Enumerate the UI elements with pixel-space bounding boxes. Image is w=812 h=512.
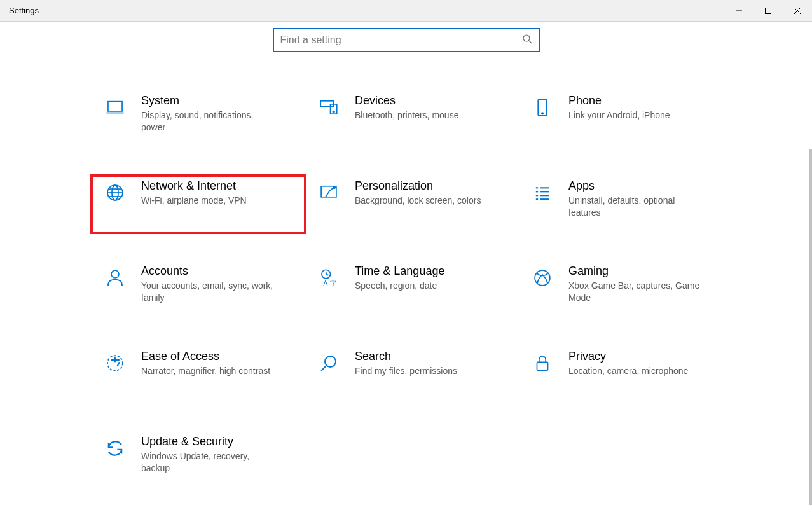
- tile-phone[interactable]: Phone Link your Android, iPhone: [519, 90, 733, 148]
- svg-text:字: 字: [330, 280, 336, 287]
- tile-system[interactable]: System Display, sound, notifications, po…: [92, 90, 305, 148]
- scrollbar[interactable]: [809, 149, 812, 505]
- search-icon: [522, 34, 532, 46]
- tile-desc: Display, sound, notifications, power: [141, 109, 275, 134]
- svg-text:A: A: [324, 280, 328, 287]
- window-title: Settings: [9, 6, 39, 15]
- content: System Display, sound, notifications, po…: [0, 22, 812, 488]
- tile-title: Network & Internet: [141, 179, 247, 193]
- svg-rect-6: [108, 102, 122, 111]
- tile-desc: Background, lock screen, colors: [355, 195, 481, 207]
- paintbrush-icon: [317, 181, 341, 205]
- minimize-button[interactable]: [724, 0, 754, 21]
- tile-search[interactable]: Search Find my files, permissions: [305, 346, 519, 403]
- tile-privacy[interactable]: Privacy Location, camera, microphone: [519, 346, 733, 403]
- tile-personalization[interactable]: Personalization Background, lock screen,…: [305, 176, 519, 233]
- svg-rect-38: [537, 362, 548, 370]
- svg-point-19: [333, 186, 335, 188]
- devices-icon: [317, 95, 341, 120]
- tile-desc: Location, camera, microphone: [568, 365, 688, 377]
- tile-title: Phone: [568, 94, 670, 107]
- svg-point-4: [523, 35, 530, 41]
- globe-icon: [103, 181, 127, 205]
- tile-title: Time & Language: [355, 265, 444, 278]
- tile-title: Privacy: [568, 350, 688, 363]
- search-input[interactable]: [280, 34, 532, 46]
- settings-grid: System Display, sound, notifications, po…: [92, 90, 810, 488]
- tile-title: System: [141, 94, 275, 107]
- tile-title: Ease of Access: [141, 350, 270, 363]
- xbox-icon: [530, 266, 554, 290]
- tile-title: Gaming: [568, 265, 702, 278]
- svg-point-36: [325, 356, 336, 367]
- svg-point-12: [542, 113, 544, 114]
- tile-title: Update & Security: [141, 435, 275, 448]
- apps-list-icon: [530, 181, 554, 205]
- maximize-button[interactable]: [754, 0, 783, 21]
- svg-line-5: [529, 41, 532, 43]
- tile-desc: Bluetooth, printers, mouse: [355, 109, 458, 121]
- svg-point-28: [111, 270, 119, 278]
- tile-desc: Xbox Game Bar, captures, Game Mode: [568, 280, 702, 304]
- lock-icon: [530, 351, 554, 375]
- tile-title: Devices: [355, 94, 458, 107]
- search-container: [0, 28, 812, 52]
- tile-desc: Uninstall, defaults, optional features: [568, 195, 702, 219]
- tile-title: Accounts: [141, 265, 275, 278]
- search-box[interactable]: [273, 28, 540, 52]
- tile-title: Search: [355, 350, 457, 363]
- tile-apps[interactable]: Apps Uninstall, defaults, optional featu…: [519, 176, 733, 233]
- tile-title: Personalization: [355, 179, 481, 193]
- tile-desc: Windows Update, recovery, backup: [141, 450, 275, 474]
- tile-desc: Wi-Fi, airplane mode, VPN: [141, 195, 247, 207]
- tile-gaming[interactable]: Gaming Xbox Game Bar, captures, Game Mod…: [519, 261, 733, 318]
- tile-ease-of-access[interactable]: Ease of Access Narrator, magnifier, high…: [92, 346, 305, 403]
- laptop-icon: [103, 95, 127, 120]
- tile-network[interactable]: Network & Internet Wi-Fi, airplane mode,…: [92, 176, 305, 233]
- person-icon: [103, 266, 127, 290]
- time-language-icon: A 字: [317, 266, 341, 290]
- tile-desc: Your accounts, email, sync, work, family: [141, 280, 275, 304]
- tile-desc: Narrator, magnifier, high contrast: [141, 365, 270, 377]
- magnifier-icon: [317, 351, 341, 375]
- window-controls: [724, 0, 812, 21]
- tile-accounts[interactable]: Accounts Your accounts, email, sync, wor…: [92, 261, 305, 318]
- tile-desc: Speech, region, date: [355, 280, 444, 292]
- tile-desc: Link your Android, iPhone: [568, 109, 670, 121]
- svg-rect-1: [766, 8, 771, 13]
- titlebar: Settings: [0, 0, 812, 22]
- svg-line-37: [321, 366, 326, 371]
- sync-icon: [103, 436, 127, 460]
- tile-update-security[interactable]: Update & Security Windows Update, recove…: [92, 431, 305, 488]
- svg-line-31: [326, 274, 328, 275]
- tile-title: Apps: [568, 179, 702, 193]
- svg-point-10: [333, 111, 334, 113]
- tile-desc: Find my files, permissions: [355, 365, 457, 377]
- tile-devices[interactable]: Devices Bluetooth, printers, mouse: [305, 90, 519, 148]
- ease-of-access-icon: [103, 351, 127, 375]
- tile-time-language[interactable]: A 字 Time & Language Speech, region, date: [305, 261, 519, 318]
- phone-icon: [530, 95, 554, 120]
- close-button[interactable]: [783, 0, 812, 21]
